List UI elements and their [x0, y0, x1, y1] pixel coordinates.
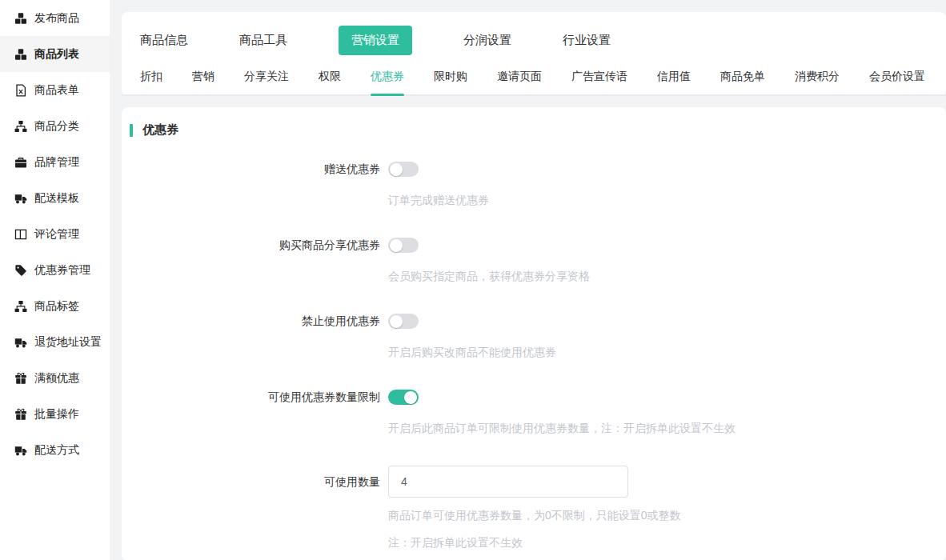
sidebar-item-label: 品牌管理	[34, 155, 79, 170]
row-buy-share-coupon: 购买商品分享优惠券 会员购买指定商品，获得优惠券分享资格	[122, 238, 946, 284]
sidebar-item-label: 配送模板	[34, 191, 79, 206]
sidebar-item-label: 商品标签	[34, 299, 79, 314]
sidebar-item-coupon-management[interactable]: 优惠券管理	[0, 252, 110, 288]
sidebar-item-label: 退货地址设置	[34, 335, 102, 350]
sidebar-item-product-category[interactable]: 商品分类	[0, 108, 110, 144]
row-gift-coupon: 赠送优惠券 订单完成赠送优惠券	[122, 162, 946, 208]
subtab-discount[interactable]: 折扣	[140, 61, 162, 94]
subtab-credit-value[interactable]: 信用值	[657, 61, 691, 94]
field-hint: 订单完成赠送优惠券	[388, 193, 489, 208]
sidebar-item-review-management[interactable]: 评论管理	[0, 216, 110, 252]
subtab-free-order[interactable]: 商品免单	[720, 61, 765, 94]
section-title: 优惠券	[122, 122, 946, 138]
field-hint: 开启后此商品订单可限制使用优惠券数量，注：开启拆单此设置不生效	[388, 421, 736, 436]
sidebar-item-publish-product[interactable]: 发布商品	[0, 0, 110, 36]
sidebar-item-label: 配送方式	[34, 443, 79, 458]
usable-count-input[interactable]	[388, 466, 628, 498]
forbid-coupon-toggle[interactable]	[388, 314, 419, 329]
sidebar-item-product-list[interactable]: 商品列表	[0, 36, 110, 72]
sidebar-item-label: 评论管理	[34, 227, 79, 242]
sidebar-item-shipping-method[interactable]: 配送方式	[0, 432, 110, 468]
sitemap-icon	[14, 120, 27, 133]
field-label: 赠送优惠券	[122, 162, 380, 208]
subtab-share-follow[interactable]: 分享关注	[244, 61, 289, 94]
field-label: 可使用优惠券数量限制	[122, 390, 380, 436]
sidebar-item-return-address[interactable]: 退货地址设置	[0, 324, 110, 360]
sidebar-item-product-tags[interactable]: 商品标签	[0, 288, 110, 324]
cubes-icon	[14, 48, 27, 61]
coupon-settings-card: 优惠券 赠送优惠券 订单完成赠送优惠券 购买商品分享优惠券 会员购买指定商品，获…	[122, 107, 946, 560]
sidebar-item-label: 发布商品	[34, 11, 79, 26]
buy-share-coupon-toggle[interactable]	[388, 238, 419, 253]
field-hint: 会员购买指定商品，获得优惠券分享资格	[388, 269, 590, 284]
truck-icon	[14, 192, 27, 205]
main-content: 商品信息 商品工具 营销设置 分润设置 行业设置 折扣 营销 分享关注 权限 优…	[122, 12, 946, 560]
field-hint: 注：开启拆单此设置不生效	[388, 535, 681, 550]
sidebar-item-label: 商品分类	[34, 119, 79, 134]
columns-icon	[14, 228, 27, 241]
field-hint: 商品订单可使用优惠券数量，为0不限制，只能设置0或整数	[388, 508, 681, 523]
row-usable-count: 可使用数量 商品订单可使用优惠券数量，为0不限制，只能设置0或整数 注：开启拆单…	[122, 466, 946, 550]
sidebar-item-label: 满额优惠	[34, 371, 79, 386]
field-label: 禁止使用优惠券	[122, 314, 380, 360]
toggle-knob	[404, 391, 417, 404]
subtab-ad-slogan[interactable]: 广告宣传语	[571, 61, 627, 94]
field-label: 购买商品分享优惠券	[122, 238, 380, 284]
field-hint: 开启后购买改商品不能使用优惠券	[388, 345, 556, 360]
sidebar-item-label: 批量操作	[34, 407, 79, 422]
toggle-knob	[390, 315, 403, 328]
sitemap-icon	[14, 300, 27, 313]
truck-icon	[14, 444, 27, 457]
gift-icon	[14, 372, 27, 385]
subtab-flash-sale[interactable]: 限时购	[434, 61, 467, 94]
tab-product-info[interactable]: 商品信息	[140, 33, 188, 48]
tab-industry-settings[interactable]: 行业设置	[563, 33, 611, 48]
coupon-limit-toggle[interactable]	[388, 390, 419, 405]
toggle-knob	[390, 239, 403, 252]
toggle-knob	[390, 163, 403, 176]
cubes-icon	[14, 12, 27, 25]
briefcase-icon	[14, 156, 27, 169]
subtab-permission[interactable]: 权限	[319, 61, 341, 94]
truck-icon	[14, 336, 27, 349]
subtab-coupon[interactable]: 优惠券	[371, 61, 404, 94]
primary-tabs: 商品信息 商品工具 营销设置 分润设置 行业设置	[122, 26, 946, 55]
sidebar-item-shipping-template[interactable]: 配送模板	[0, 180, 110, 216]
section-title-text: 优惠券	[142, 122, 178, 138]
file-form-icon	[14, 84, 27, 97]
tag-icon	[14, 264, 27, 277]
gift-coupon-toggle[interactable]	[388, 162, 419, 177]
coupon-form: 赠送优惠券 订单完成赠送优惠券 购买商品分享优惠券 会员购买指定商品，获得优惠券…	[122, 162, 946, 550]
secondary-tabs: 折扣 营销 分享关注 权限 优惠券 限时购 邀请页面 广告宣传语 信用值 商品免…	[122, 61, 946, 96]
subtab-invite-page[interactable]: 邀请页面	[497, 61, 542, 94]
sidebar-item-brand-management[interactable]: 品牌管理	[0, 144, 110, 180]
subtab-marketing[interactable]: 营销	[192, 61, 214, 94]
sidebar-item-label: 商品列表	[34, 47, 79, 62]
gift-icon	[14, 408, 27, 421]
sidebar-item-label: 商品表单	[34, 83, 79, 98]
tab-marketing-settings[interactable]: 营销设置	[339, 26, 412, 55]
row-coupon-limit: 可使用优惠券数量限制 开启后此商品订单可限制使用优惠券数量，注：开启拆单此设置不…	[122, 390, 946, 436]
row-forbid-coupon: 禁止使用优惠券 开启后购买改商品不能使用优惠券	[122, 314, 946, 360]
subtab-consume-points[interactable]: 消费积分	[795, 61, 840, 94]
subtab-member-price[interactable]: 会员价设置	[869, 61, 925, 94]
sidebar: 发布商品 商品列表 商品表单 商品分类 品牌管理 配送模板 评论管理 优惠券管理…	[0, 0, 110, 560]
sidebar-item-batch-operation[interactable]: 批量操作	[0, 396, 110, 432]
sidebar-item-label: 优惠券管理	[34, 263, 90, 278]
sidebar-item-full-discount[interactable]: 满额优惠	[0, 360, 110, 396]
title-accent-bar	[130, 124, 133, 137]
tab-product-tools[interactable]: 商品工具	[239, 33, 287, 48]
tab-profit-settings[interactable]: 分润设置	[463, 33, 511, 48]
tabs-card: 商品信息 商品工具 营销设置 分润设置 行业设置 折扣 营销 分享关注 权限 优…	[122, 12, 946, 96]
field-label: 可使用数量	[122, 466, 380, 550]
sidebar-item-product-form[interactable]: 商品表单	[0, 72, 110, 108]
